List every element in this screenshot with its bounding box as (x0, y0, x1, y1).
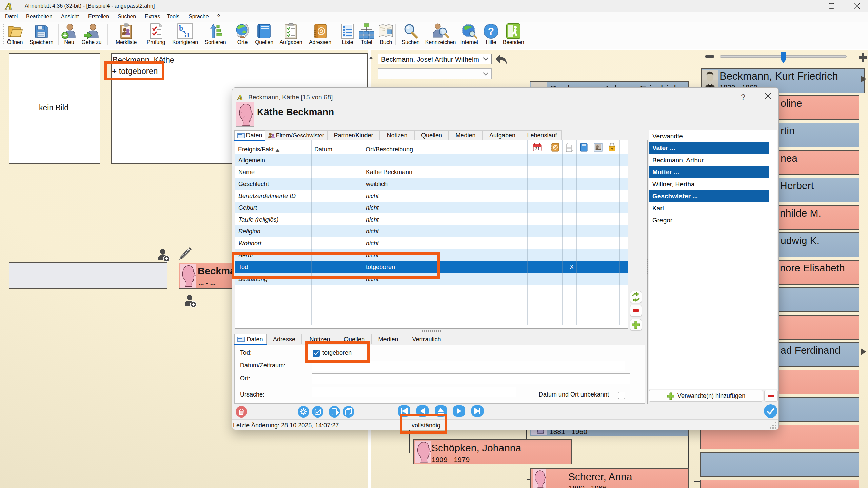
svg-text:a: a (184, 28, 190, 39)
svg-text:31: 31 (535, 147, 540, 151)
svg-text:A: A (5, 1, 12, 12)
svg-text:?: ? (488, 25, 494, 37)
svg-text:A: A (237, 93, 243, 102)
svg-text:b: b (179, 24, 183, 32)
